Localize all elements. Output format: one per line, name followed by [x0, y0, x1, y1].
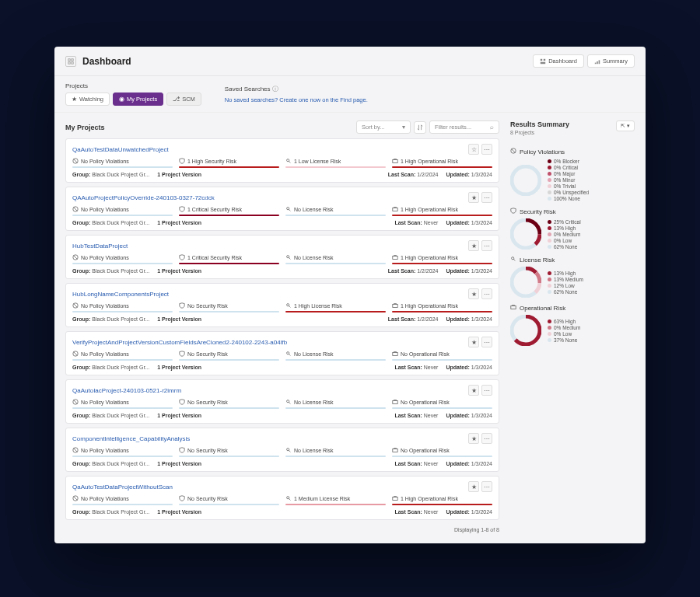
legend-label: 37% None [554, 337, 577, 343]
updated-label: Updated: 1/3/2024 [446, 172, 492, 177]
donut-chart [510, 315, 541, 346]
versions-label: 1 Project Version [157, 316, 201, 322]
svg-rect-5 [544, 58, 545, 60]
legend-label: 13% High [554, 225, 576, 231]
briefcase-icon [392, 351, 398, 358]
shield-icon [179, 495, 185, 502]
more-button[interactable]: ⋯ [481, 433, 492, 444]
app-window: Dashboard Dashboard Summary Projects ★Wa… [54, 47, 646, 543]
legend-dot [548, 239, 551, 243]
star-button[interactable]: ★ [468, 385, 479, 396]
security-text: No Security Risk [187, 448, 228, 453]
legend-item: 13% Medium [548, 277, 583, 282]
license-bar [285, 311, 386, 312]
legend-dot [548, 232, 551, 236]
project-name-link[interactable]: QaAutoTestDataUnwatchedProject [72, 146, 468, 153]
project-name-link[interactable]: ComponentIntelligence_CapabilityAnalysis [72, 435, 468, 442]
versions-label: 1 Project Version [157, 220, 201, 225]
operational-bar [392, 263, 492, 264]
project-name-link[interactable]: HubLongNameComponentsProject [72, 291, 468, 298]
security-text: 1 Critical Security Risk [187, 255, 242, 260]
license-text: No License Risk [294, 400, 334, 405]
shield-icon [179, 254, 185, 261]
saved-empty-link[interactable]: No saved searches? Create one now on the… [225, 96, 368, 103]
key-icon [285, 302, 292, 309]
policy-bar [72, 407, 173, 409]
star-button[interactable]: ☆ [468, 144, 479, 155]
operational-bar [392, 215, 492, 216]
star-button[interactable]: ★ [468, 288, 479, 299]
legend-label: 0% Medium [554, 232, 580, 237]
project-name-link[interactable]: QaAutoTestDataProjectWithoutScan [72, 484, 468, 491]
legend-dot [548, 326, 551, 330]
star-button[interactable]: ★ [468, 481, 479, 492]
security-bar [179, 263, 279, 264]
briefcase-icon [392, 447, 398, 454]
more-button[interactable]: ⋯ [481, 144, 492, 155]
updated-label: Updated: 1/3/2024 [446, 268, 492, 274]
legend-label: 62% None [554, 244, 577, 250]
security-text: 1 High Security Risk [187, 159, 236, 164]
project-name-link[interactable]: VerifyProjectAndProjectVersionCustomFiel… [72, 339, 468, 346]
legend-item: 62% None [548, 244, 581, 250]
shield-icon [179, 158, 185, 165]
briefcase-icon [392, 399, 398, 406]
filter-watching[interactable]: ★Watching [65, 93, 110, 106]
star-button[interactable]: ★ [468, 337, 479, 347]
more-button[interactable]: ⋯ [481, 481, 492, 492]
policy-bar [72, 359, 173, 361]
project-card: QaAutoIacProject-240103-0521-r2imrm ★ ⋯ … [65, 379, 499, 424]
more-button[interactable]: ⋯ [481, 385, 492, 396]
project-name-link[interactable]: QaAutoIacProject-240103-0521-r2imrm [72, 387, 468, 394]
policy-icon [72, 206, 79, 213]
filter-scm[interactable]: ⎇SCM [166, 93, 201, 106]
updated-label: Updated: 1/3/2024 [446, 365, 492, 370]
legend-item: 25% Critical [548, 219, 581, 225]
last-scan-label: Last Scan: Never [394, 365, 438, 370]
svg-rect-21 [393, 304, 397, 307]
shield-icon [179, 399, 185, 406]
legend-label: 12% Low [554, 283, 575, 288]
dashboard-icon [65, 56, 76, 67]
legend-item: 0% Minor [548, 177, 589, 183]
policy-icon [72, 158, 79, 165]
project-name-link[interactable]: QAAutoProjectPolicyOverride-240103-0327-… [72, 194, 468, 201]
star-button[interactable]: ★ [468, 433, 479, 444]
shield-icon [179, 206, 185, 213]
star-button[interactable]: ★ [468, 240, 479, 251]
briefcase-icon [392, 206, 398, 213]
filter-my-projects[interactable]: ◉My Projects [113, 93, 163, 106]
star-button[interactable]: ★ [468, 192, 479, 203]
legend-label: 100% None [554, 196, 580, 201]
filter-input[interactable]: Filter results... ⌕ [429, 120, 499, 134]
more-button[interactable]: ⋯ [481, 337, 492, 347]
legend-item: 100% None [548, 196, 589, 201]
updated-label: Updated: 1/3/2024 [446, 461, 492, 466]
more-button[interactable]: ⋯ [481, 192, 492, 203]
section-title: Policy Violations [520, 148, 565, 155]
policy-bar [72, 504, 173, 505]
group-label: Group: Black Duck Project Gr... [72, 220, 149, 225]
sort-direction-button[interactable] [414, 121, 426, 134]
legend-label: 0% Low [554, 331, 572, 337]
legend-dot [548, 226, 551, 230]
security-bar [179, 311, 279, 312]
sort-dropdown[interactable]: Sort by... ▾ [356, 120, 411, 134]
summary-section-header: Policy Violations [510, 148, 635, 155]
group-label: Group: Black Duck Project Gr... [72, 172, 149, 177]
project-name-link[interactable]: HubTestDataProject [72, 243, 468, 250]
more-button[interactable]: ⋯ [481, 288, 492, 299]
legend-dot [548, 245, 551, 249]
tab-dashboard[interactable]: Dashboard [533, 54, 584, 68]
legend-dot [548, 278, 551, 281]
group-label: Group: Black Duck Project Gr... [72, 365, 149, 370]
help-icon[interactable]: ⓘ [272, 86, 278, 93]
legend-item: 12% Low [548, 283, 583, 288]
branch-icon: ⎇ [173, 96, 180, 103]
operational-bar [392, 166, 492, 168]
projects-label: Projects [65, 82, 201, 89]
tab-summary[interactable]: Summary [587, 54, 635, 68]
svg-rect-18 [393, 256, 397, 259]
more-button[interactable]: ⋯ [481, 240, 492, 251]
export-button[interactable]: ⇱ ▾ [616, 120, 635, 131]
